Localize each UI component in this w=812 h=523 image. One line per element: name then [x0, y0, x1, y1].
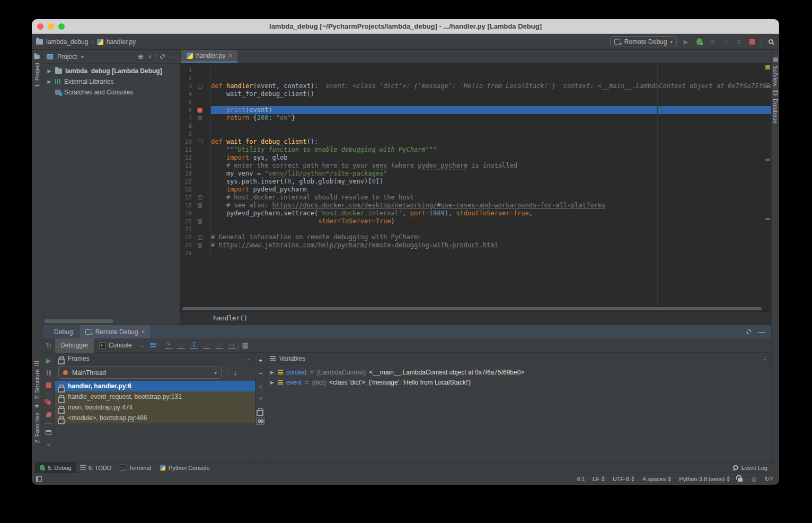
collapse-all-button[interactable]: »	[146, 55, 153, 58]
gutter-line-12[interactable]: 12	[180, 154, 211, 162]
gutter-line-20[interactable]: 20	[180, 217, 211, 225]
tree-chevron-icon[interactable]: ▶	[47, 79, 52, 84]
breadcrumb-project[interactable]: lambda_debug	[46, 38, 88, 46]
gutter-line-24[interactable]: 24	[180, 249, 211, 257]
frame-row-0[interactable]: handler, handler.py:6	[55, 381, 255, 391]
tree-chevron-icon[interactable]: ▶	[47, 68, 52, 74]
close-icon[interactable]: ×	[228, 52, 232, 59]
step-into-icon[interactable]: ↓	[178, 342, 185, 349]
toolwindow-button-terminal[interactable]: >_Terminal	[116, 463, 155, 473]
debug-tab-debugger[interactable]: Debugger	[55, 338, 94, 353]
code-area[interactable]: 123-def handler(event, context): event: …	[180, 63, 771, 306]
next-frame-button[interactable]: ↓	[234, 369, 237, 377]
coverage-button[interactable]: ↺	[708, 38, 717, 46]
expand-chevron-icon[interactable]: ▶	[270, 380, 275, 385]
tool-stripe-structure[interactable]: 7: Structure	[34, 361, 40, 403]
restore-layout-button[interactable]	[45, 429, 53, 436]
project-tree-item-0[interactable]: ▶lambda_debug [Lambda Debug]	[42, 66, 180, 76]
close-icon[interactable]: ×	[141, 328, 145, 336]
variable-row-1[interactable]: ▶event={dict}<class 'dict'>: {'message':…	[266, 377, 771, 387]
tool-stripe-database[interactable]: Database	[772, 90, 779, 127]
gutter-line-10[interactable]: 10-	[180, 138, 211, 146]
run-to-cursor-icon[interactable]: ↦	[228, 342, 236, 349]
gutter-line-23[interactable]: 23	[180, 241, 211, 249]
fold-marker-icon[interactable]	[198, 219, 202, 224]
gutter-line-3[interactable]: 3-	[180, 82, 211, 90]
error-stripe-mark[interactable]	[765, 159, 770, 161]
fold-open-icon[interactable]: -	[198, 84, 202, 89]
toggle-tool-windows-button[interactable]	[36, 476, 42, 482]
sync-help-button[interactable]: ↻?	[765, 476, 773, 483]
variable-row-0[interactable]: ▶context={LambdaContext}<__main__.Lambda…	[266, 367, 771, 377]
pause-button[interactable]	[45, 369, 53, 377]
step-over-icon[interactable]: ↷	[165, 342, 172, 349]
mute-breakpoints-button[interactable]	[45, 411, 53, 419]
fold-marker-icon[interactable]	[198, 243, 202, 248]
mini-open-icon[interactable]: →	[245, 355, 251, 361]
remove-watch-button[interactable]: −	[259, 370, 262, 377]
debug-button[interactable]	[695, 38, 703, 46]
toolwindow-button-5-debug[interactable]: 5: Debug	[35, 463, 76, 473]
gear-icon[interactable]	[746, 329, 751, 334]
frame-row-3[interactable]: <module>, bootstrap.py:486	[55, 413, 255, 423]
gutter-line-7[interactable]: 7	[180, 114, 211, 122]
profiler-button[interactable]: ◔	[721, 38, 730, 46]
more-actions-button[interactable]: »	[45, 441, 53, 448]
gutter-line-9[interactable]: 9	[180, 130, 211, 138]
gutter-line-13[interactable]: 13	[180, 162, 211, 170]
show-watches-button[interactable]: oo	[256, 417, 264, 425]
gutter-line-19[interactable]: 19	[180, 210, 211, 217]
run-with-button[interactable]: ≡	[735, 38, 743, 46]
run-configuration-select[interactable]: Remote Debug ▾	[610, 36, 677, 47]
debug-tab-console[interactable]: ▸Console	[94, 338, 137, 353]
gutter-line-17[interactable]: 17-	[180, 194, 211, 202]
rerun-button[interactable]: ↻	[42, 341, 55, 350]
search-everywhere-button[interactable]	[766, 38, 775, 46]
status-item-4[interactable]: Python 3.8 (venv)	[679, 476, 730, 482]
move-up-button[interactable]: ▲	[258, 382, 264, 390]
inspections-highlighting-button[interactable]: ☺	[750, 475, 757, 483]
breadcrumb-file[interactable]: handler.py	[107, 38, 136, 46]
gutter-marker[interactable]	[192, 108, 208, 113]
fold-marker-icon[interactable]	[198, 203, 202, 208]
gutter-line-1[interactable]: 1	[180, 66, 211, 74]
gutter-line-15[interactable]: 15	[180, 178, 211, 186]
fold-marker-icon[interactable]	[198, 116, 202, 120]
step-out-icon[interactable]: ↑	[216, 342, 223, 349]
gutter-line-4[interactable]: 4	[180, 90, 211, 98]
error-stripe-mark[interactable]	[765, 85, 770, 88]
expand-chevron-icon[interactable]: ▶	[270, 370, 275, 375]
event-log-button[interactable]: Event Log	[729, 463, 772, 473]
project-hscrollbar[interactable]	[45, 319, 113, 323]
lock-button[interactable]	[738, 475, 743, 483]
gutter-line-22[interactable]: 22-	[180, 233, 211, 241]
editor-hscrollbar[interactable]	[180, 306, 771, 311]
tool-stripe-favorites[interactable]: ★ 2: Favorites	[34, 403, 40, 446]
mini-open-icon[interactable]: →	[762, 355, 767, 361]
thread-select[interactable]: MainThread ▾	[58, 367, 222, 379]
error-stripe-mark[interactable]	[765, 218, 770, 220]
fold-open-icon[interactable]: -	[198, 140, 202, 144]
tool-stripe-project[interactable]: 1: Project	[33, 54, 40, 90]
gutter-line-8[interactable]: 8	[180, 122, 211, 130]
view-breakpoints-button[interactable]	[45, 399, 53, 406]
project-tree-item-2[interactable]: Scratches and Consoles	[42, 87, 180, 98]
status-item-2[interactable]: UTF-8	[613, 476, 635, 482]
project-tree-item-1[interactable]: ▶External Libraries	[42, 76, 180, 87]
gutter-line-21[interactable]: 21	[180, 225, 211, 233]
status-item-3[interactable]: 4 spaces	[642, 476, 672, 482]
editor-hscrollbar-thumb[interactable]	[182, 307, 762, 310]
previous-frame-button[interactable]: ↑	[226, 369, 230, 377]
add-watch-button[interactable]: +	[259, 357, 262, 364]
toolwindow-button-python-console[interactable]: Python Console	[155, 463, 214, 473]
status-item-1[interactable]: LF	[593, 476, 605, 482]
gutter-line-6[interactable]: 6	[180, 106, 211, 114]
fold-open-icon[interactable]: -	[198, 235, 202, 240]
force-step-into-icon[interactable]: ↧	[190, 342, 198, 349]
frame-row-1[interactable]: handle_event_request, bootstrap.py:131	[55, 391, 255, 402]
gutter-line-18[interactable]: 18	[180, 202, 211, 210]
run-button[interactable]: ▶	[682, 38, 690, 46]
open-console-mini-icon[interactable]: →	[139, 343, 145, 348]
step-into-my-code-icon[interactable]: ↓	[203, 342, 210, 349]
tool-stripe-sciview[interactable]: ▦ SciView	[772, 55, 779, 90]
